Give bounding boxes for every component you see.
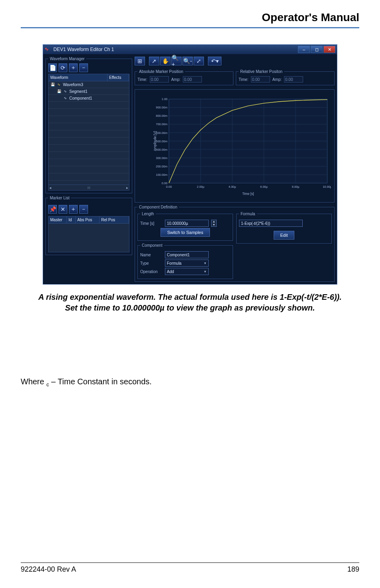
- chevron-down-icon: ▼: [204, 262, 207, 265]
- zoom-out-icon[interactable]: 🔍-: [182, 57, 193, 65]
- ml-col-rel: Rel Pos: [100, 216, 129, 223]
- switch-samples-button[interactable]: Switch to Samples: [161, 228, 210, 237]
- figure-caption: A rising exponential waveform. The actua…: [0, 289, 380, 313]
- abs-time-input[interactable]: [150, 76, 169, 83]
- waveform-table-header: Waveform Effects: [48, 74, 129, 81]
- comp-op-select[interactable]: Add ▼: [165, 268, 209, 275]
- absolute-marker-panel: Absolute Marker Position Time: Amp:: [135, 69, 233, 85]
- tree-label: Component1: [69, 96, 92, 100]
- svg-text:0.00: 0.00: [166, 185, 172, 189]
- rel-time-label: Time:: [239, 77, 249, 82]
- edit-formula-button[interactable]: Edit: [274, 231, 295, 240]
- pointer-icon[interactable]: ➚: [149, 57, 159, 65]
- time-length-label: Time [s]: [140, 221, 163, 226]
- wf-new-icon[interactable]: 📄: [48, 63, 57, 72]
- grid-icon[interactable]: ⊞: [135, 57, 145, 65]
- comp-name-input[interactable]: [165, 251, 209, 258]
- waveform-tree[interactable]: 💾 ∿ Waveform3 💾 ∿ Segment1 ∿ Component1: [48, 81, 129, 185]
- component-definition-panel: Component Definition Length Time [s] ▲▼ …: [135, 205, 335, 282]
- ml-col-master: Master: [49, 216, 67, 223]
- wf-col-name: Waveform: [49, 74, 108, 81]
- marker-list-legend: Marker List: [48, 196, 71, 200]
- abs-amp-label: Amp:: [171, 77, 180, 82]
- marker-list-panel: Marker List 📌 ✕ ＋ － Master Id Abs Pos Re…: [45, 196, 132, 255]
- wf-add-icon[interactable]: ＋: [69, 63, 78, 72]
- plot-area: 0.00100.00m200.00m300.00m400.00m500.00m6…: [135, 89, 335, 203]
- zoom-fit-icon[interactable]: ⤢: [194, 57, 204, 65]
- svg-text:700.00m: 700.00m: [156, 122, 167, 126]
- component-panel: Component Name Type Formula ▼: [137, 243, 233, 279]
- marker-list-body[interactable]: [48, 224, 129, 252]
- svg-text:200.00m: 200.00m: [156, 165, 167, 168]
- tree-row-segment[interactable]: 💾 ∿ Segment1: [49, 88, 129, 95]
- waveform-manager-panel: Waveform Manager 📄 ⟳ ＋ － Waveform Effect…: [45, 57, 132, 193]
- formula-display: 1-Exp(-t/(2*E-6)): [239, 220, 303, 227]
- hand-icon[interactable]: ✋: [160, 57, 170, 65]
- scroll-right-icon[interactable]: ▸: [126, 186, 128, 190]
- caption-line2: Set the time to 10.000000µ to view the g…: [65, 303, 315, 312]
- marker-delete-icon[interactable]: ✕: [59, 205, 67, 214]
- page-footer: 922244-00 Rev A 189: [0, 562, 380, 574]
- tree-row-waveform[interactable]: 💾 ∿ Waveform3: [49, 81, 129, 88]
- minimize-button[interactable]: –: [298, 46, 310, 53]
- comp-def-legend: Component Definition: [137, 205, 179, 209]
- save-icon: 💾: [50, 82, 55, 87]
- tree-row-component[interactable]: ∿ Component1: [49, 95, 129, 102]
- window-title: DEV1 Waveform Editor Ch 1: [53, 47, 114, 52]
- zoom-in-icon[interactable]: 🔍+: [171, 57, 182, 65]
- waveform-manager-legend: Waveform Manager: [48, 57, 86, 61]
- abs-time-label: Time:: [137, 77, 147, 82]
- marker-pin-icon[interactable]: 📌: [48, 205, 57, 214]
- header-rule: [21, 27, 359, 28]
- svg-text:Time [s]: Time [s]: [242, 192, 254, 196]
- maximize-button[interactable]: ◻: [311, 46, 323, 53]
- app-window: ∿ DEV1 Waveform Editor Ch 1 – ◻ ✕ Wavefo…: [43, 44, 337, 285]
- formula-legend: Formula: [239, 212, 257, 216]
- marker-list-header: Master Id Abs Pos Rel Pos: [48, 216, 129, 224]
- comp-type-select[interactable]: Formula ▼: [165, 260, 209, 267]
- tree-label: Segment1: [69, 89, 88, 94]
- svg-text:4.00µ: 4.00µ: [229, 185, 237, 189]
- marker-remove-icon[interactable]: －: [79, 205, 88, 214]
- comp-type-value: Formula: [167, 261, 182, 265]
- comp-type-label: Type: [140, 261, 163, 265]
- svg-text:6.00µ: 6.00µ: [260, 185, 268, 189]
- app-icon: ∿: [45, 46, 51, 53]
- abs-amp-input[interactable]: [183, 76, 202, 83]
- titlebar: ∿ DEV1 Waveform Editor Ch 1 – ◻ ✕: [43, 45, 337, 54]
- page-header-title: Operator's Manual: [0, 0, 380, 27]
- waveform-chart: 0.00100.00m200.00m300.00m400.00m500.00m6…: [153, 93, 331, 199]
- undo-icon[interactable]: ↶▾: [208, 57, 221, 65]
- svg-text:100.00m: 100.00m: [156, 173, 167, 177]
- wave-icon: ∿: [57, 82, 61, 87]
- svg-text:8.00µ: 8.00µ: [292, 185, 300, 189]
- caption-line1: A rising exponential waveform. The actua…: [38, 293, 342, 301]
- svg-text:600.00m: 600.00m: [156, 131, 167, 135]
- plot-toolbar: ⊞ ➚ ✋ 🔍+ 🔍- ⤢ ↶▾: [135, 57, 335, 65]
- marker-add-icon[interactable]: ＋: [69, 205, 78, 214]
- length-legend: Length: [140, 212, 156, 216]
- close-button[interactable]: ✕: [323, 46, 335, 53]
- time-length-input[interactable]: [165, 220, 209, 227]
- tree-label: Waveform3: [63, 83, 83, 87]
- svg-text:10.00µ: 10.00µ: [323, 185, 331, 189]
- rel-amp-input[interactable]: [284, 76, 303, 83]
- tree-scrollbar[interactable]: ◂ III ▸: [48, 185, 129, 191]
- time-spinner[interactable]: ▲▼: [211, 220, 217, 227]
- rel-marker-legend: Relative Marker Positon: [239, 69, 284, 74]
- ml-col-abs: Abs Pos: [76, 216, 100, 223]
- comp-op-label: Operation: [140, 269, 163, 274]
- footer-doc-id: 922244-00 Rev A: [21, 565, 76, 574]
- relative-marker-panel: Relative Marker Positon Time: Amp:: [236, 69, 335, 85]
- svg-text:300.00m: 300.00m: [156, 156, 167, 160]
- wf-refresh-icon[interactable]: ⟳: [59, 63, 67, 72]
- rel-time-input[interactable]: [251, 76, 270, 83]
- svg-text:800.00m: 800.00m: [156, 114, 167, 118]
- svg-text:500.00m: 500.00m: [156, 140, 167, 143]
- svg-text:2.00µ: 2.00µ: [197, 185, 205, 189]
- rel-amp-label: Amp:: [272, 77, 282, 82]
- length-panel: Length Time [s] ▲▼ Switch to Samples: [137, 212, 233, 241]
- comp-op-value: Add: [167, 269, 174, 274]
- ml-col-id: Id: [67, 216, 76, 223]
- wf-remove-icon[interactable]: －: [79, 63, 88, 72]
